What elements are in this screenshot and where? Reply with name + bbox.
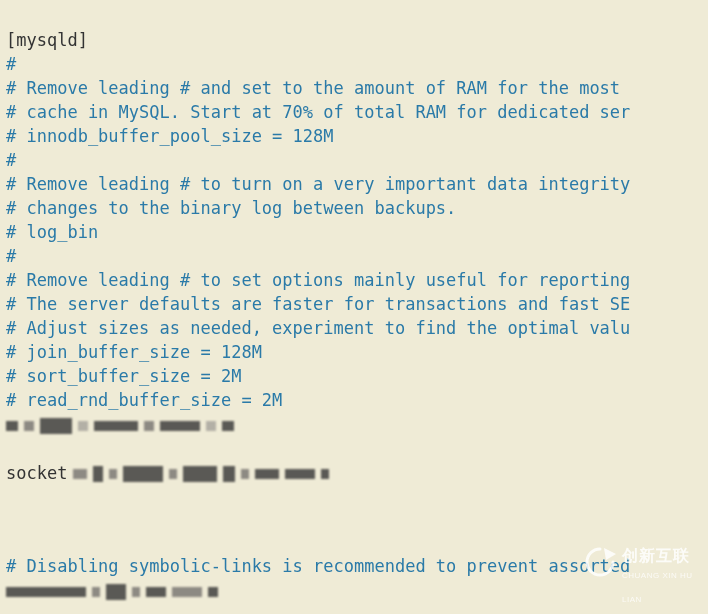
comment-line: # Remove leading # and set to the amount… [6,78,620,98]
config-file: [mysqld] # # Remove leading # and set to… [0,0,708,614]
svg-marker-0 [604,548,616,560]
obscured-line [6,413,702,435]
watermark-logo: 创新互联 CHUANG XIN HU LIAN [584,544,694,584]
comment-line: # sort_buffer_size = 2M [6,366,241,386]
comment-line: # [6,150,16,170]
comment-line: # join_buffer_size = 128M [6,342,262,362]
comment-line: # log_bin [6,222,98,242]
comment-line: # innodb_buffer_pool_size = 128M [6,126,334,146]
blank-line [6,508,702,530]
comment-line: # [6,246,16,266]
comment-line: # The server defaults are faster for tra… [6,294,630,314]
comment-line: # Remove leading # to set options mainly… [6,270,630,290]
comment-line: # Remove leading # to turn on a very imp… [6,174,630,194]
comment-line: # read_rnd_buffer_size = 2M [6,390,282,410]
logo-text-en: CHUANG XIN HU LIAN [622,564,694,612]
comment-line: # Disabling symbolic-links is recommende… [6,556,630,576]
socket-label: socket [6,463,67,483]
logo-icon [584,546,616,578]
comment-line: # cache in MySQL. Start at 70% of total … [6,102,630,122]
comment-line: # [6,54,16,74]
comment-line: # Adjust sizes as needed, experiment to … [6,318,630,338]
section-header: [mysqld] [6,30,88,50]
socket-line: socket [6,461,702,483]
comment-line: # changes to the binary log between back… [6,198,456,218]
